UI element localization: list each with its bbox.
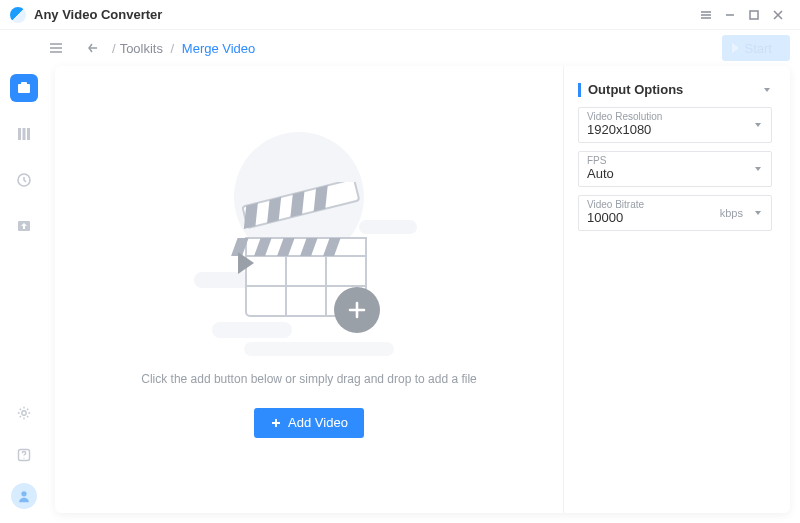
svg-rect-2 bbox=[21, 82, 27, 85]
drop-zone[interactable]: Click the add button below or simply dra… bbox=[55, 66, 564, 513]
output-options-panel: Output Options Video Resolution 1920x108… bbox=[564, 66, 790, 513]
svg-rect-9 bbox=[23, 226, 25, 229]
svg-point-13 bbox=[21, 491, 26, 496]
menu-button[interactable] bbox=[694, 0, 718, 30]
fps-label: FPS bbox=[587, 155, 763, 166]
app-title: Any Video Converter bbox=[34, 7, 162, 22]
rail-history[interactable] bbox=[10, 166, 38, 194]
sidebar-toggle-icon[interactable] bbox=[48, 40, 64, 56]
close-button[interactable] bbox=[766, 0, 790, 30]
titlebar: Any Video Converter bbox=[0, 0, 800, 30]
chevron-down-icon[interactable] bbox=[753, 164, 763, 174]
fps-field[interactable]: FPS Auto bbox=[578, 151, 772, 187]
main-card: Click the add button below or simply dra… bbox=[55, 66, 790, 513]
add-video-button[interactable]: Add Video bbox=[254, 408, 364, 438]
user-avatar[interactable] bbox=[11, 483, 37, 509]
svg-rect-1 bbox=[18, 84, 30, 93]
options-accent-bar bbox=[578, 83, 581, 97]
svg-point-12 bbox=[23, 457, 24, 458]
back-button[interactable] bbox=[84, 39, 102, 57]
chevron-down-icon[interactable] bbox=[753, 120, 763, 130]
svg-point-10 bbox=[22, 411, 26, 415]
hint-text: Click the add button below or simply dra… bbox=[141, 372, 477, 386]
svg-marker-31 bbox=[755, 123, 761, 127]
fps-value: Auto bbox=[587, 166, 763, 181]
resolution-value: 1920x1080 bbox=[587, 122, 763, 137]
add-video-label: Add Video bbox=[288, 415, 348, 430]
svg-rect-0 bbox=[750, 11, 758, 19]
rail-settings[interactable] bbox=[10, 399, 38, 427]
options-header: Output Options bbox=[578, 82, 772, 97]
resolution-field[interactable]: Video Resolution 1920x1080 bbox=[578, 107, 772, 143]
minimize-button[interactable] bbox=[718, 0, 742, 30]
rail-toolkits[interactable] bbox=[10, 74, 38, 102]
chevron-down-icon[interactable] bbox=[753, 208, 763, 218]
svg-rect-3 bbox=[18, 128, 21, 140]
options-title: Output Options bbox=[588, 82, 762, 97]
svg-rect-5 bbox=[27, 128, 30, 140]
left-rail bbox=[0, 64, 48, 523]
app-logo bbox=[10, 7, 26, 23]
svg-marker-30 bbox=[764, 88, 770, 92]
bitrate-field[interactable]: Video Bitrate 10000 kbps bbox=[578, 195, 772, 231]
breadcrumb-toolkits[interactable]: Toolkits bbox=[120, 41, 163, 56]
bitrate-unit: kbps bbox=[720, 207, 743, 219]
rail-help[interactable] bbox=[10, 441, 38, 469]
svg-marker-33 bbox=[755, 211, 761, 215]
maximize-button[interactable] bbox=[742, 0, 766, 30]
svg-marker-32 bbox=[755, 167, 761, 171]
rail-library[interactable] bbox=[10, 120, 38, 148]
breadcrumb-current: Merge Video bbox=[182, 41, 255, 56]
breadcrumb-sep: / bbox=[112, 41, 116, 56]
empty-illustration bbox=[194, 132, 424, 352]
start-button[interactable]: Start bbox=[722, 35, 790, 61]
start-label: Start bbox=[745, 41, 772, 56]
options-collapse-icon[interactable] bbox=[762, 85, 772, 95]
play-icon bbox=[732, 43, 739, 53]
rail-downloads[interactable] bbox=[10, 212, 38, 240]
plus-icon bbox=[334, 287, 380, 333]
svg-rect-4 bbox=[23, 128, 26, 140]
topbar: / Toolkits / Merge Video Start bbox=[48, 34, 790, 62]
resolution-label: Video Resolution bbox=[587, 111, 763, 122]
breadcrumb-sep: / bbox=[167, 41, 178, 56]
